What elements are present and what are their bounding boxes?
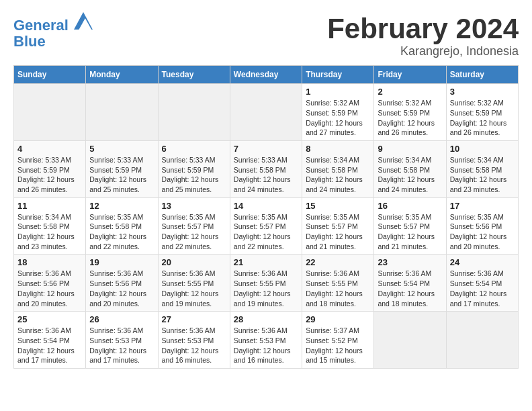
day-number: 16: [378, 201, 442, 211]
logo: General Blue: [13, 17, 93, 50]
day-number: 24: [450, 257, 515, 267]
title-block: February 2024 Karangrejo, Indonesia: [327, 13, 519, 58]
day-info: Sunrise: 5:37 AM Sunset: 5:52 PM Dayligh…: [306, 326, 370, 365]
day-info: Sunrise: 5:36 AM Sunset: 5:54 PM Dayligh…: [378, 269, 442, 308]
day-header-friday: Friday: [374, 66, 446, 84]
day-info: Sunrise: 5:35 AM Sunset: 5:57 PM Dayligh…: [234, 212, 298, 252]
day-number: 20: [162, 257, 226, 267]
day-number: 21: [234, 257, 298, 267]
calendar-cell: 2Sunrise: 5:32 AM Sunset: 5:59 PM Daylig…: [374, 84, 446, 141]
day-number: 17: [450, 201, 515, 211]
day-number: 8: [306, 144, 370, 154]
day-info: Sunrise: 5:36 AM Sunset: 5:56 PM Dayligh…: [17, 269, 82, 308]
calendar-cell: [14, 84, 86, 141]
day-number: 22: [306, 257, 370, 267]
day-header-thursday: Thursday: [302, 66, 374, 84]
day-number: 15: [306, 201, 370, 211]
calendar-cell: 6Sunrise: 5:33 AM Sunset: 5:59 PM Daylig…: [158, 140, 230, 197]
day-header-monday: Monday: [86, 66, 158, 84]
day-number: 28: [234, 314, 298, 324]
calendar-cell: 9Sunrise: 5:34 AM Sunset: 5:58 PM Daylig…: [374, 140, 446, 197]
day-info: Sunrise: 5:33 AM Sunset: 5:58 PM Dayligh…: [234, 155, 298, 195]
calendar-cell: 29Sunrise: 5:37 AM Sunset: 5:52 PM Dayli…: [302, 312, 374, 369]
calendar-cell: [158, 84, 230, 141]
day-info: Sunrise: 5:36 AM Sunset: 5:53 PM Dayligh…: [162, 326, 226, 365]
day-header-wednesday: Wednesday: [230, 66, 302, 84]
logo-text: General: [13, 17, 93, 34]
day-info: Sunrise: 5:35 AM Sunset: 5:57 PM Dayligh…: [162, 212, 226, 252]
day-number: 10: [450, 144, 515, 154]
calendar-cell: 21Sunrise: 5:36 AM Sunset: 5:55 PM Dayli…: [230, 255, 302, 312]
calendar-cell: 26Sunrise: 5:36 AM Sunset: 5:53 PM Dayli…: [86, 312, 158, 369]
calendar-cell: 14Sunrise: 5:35 AM Sunset: 5:57 PM Dayli…: [230, 197, 302, 255]
day-info: Sunrise: 5:33 AM Sunset: 5:59 PM Dayligh…: [17, 155, 82, 195]
calendar-cell: 24Sunrise: 5:36 AM Sunset: 5:54 PM Dayli…: [446, 255, 518, 312]
day-info: Sunrise: 5:35 AM Sunset: 5:58 PM Dayligh…: [89, 212, 154, 252]
day-header-sunday: Sunday: [14, 66, 86, 84]
day-info: Sunrise: 5:33 AM Sunset: 5:59 PM Dayligh…: [89, 155, 154, 195]
day-header-saturday: Saturday: [446, 66, 518, 84]
day-number: 6: [162, 144, 226, 154]
day-info: Sunrise: 5:36 AM Sunset: 5:55 PM Dayligh…: [306, 269, 370, 308]
day-number: 13: [162, 201, 226, 211]
day-info: Sunrise: 5:34 AM Sunset: 5:58 PM Dayligh…: [306, 155, 370, 195]
logo-blue: Blue: [13, 34, 93, 50]
logo-icon: [74, 11, 93, 30]
day-info: Sunrise: 5:34 AM Sunset: 5:58 PM Dayligh…: [17, 212, 82, 252]
day-header-tuesday: Tuesday: [158, 66, 230, 84]
week-row-5: 25Sunrise: 5:36 AM Sunset: 5:54 PM Dayli…: [14, 312, 519, 369]
calendar-cell: 11Sunrise: 5:34 AM Sunset: 5:58 PM Dayli…: [14, 197, 86, 255]
calendar-cell: 17Sunrise: 5:35 AM Sunset: 5:56 PM Dayli…: [446, 197, 518, 255]
calendar-cell: 1Sunrise: 5:32 AM Sunset: 5:59 PM Daylig…: [302, 84, 374, 141]
day-info: Sunrise: 5:36 AM Sunset: 5:53 PM Dayligh…: [234, 326, 298, 365]
calendar-body: 1Sunrise: 5:32 AM Sunset: 5:59 PM Daylig…: [14, 84, 519, 369]
calendar-cell: [86, 84, 158, 141]
day-number: 4: [17, 144, 82, 154]
day-number: 25: [17, 314, 82, 324]
calendar-cell: [374, 312, 446, 369]
calendar-cell: 16Sunrise: 5:35 AM Sunset: 5:57 PM Dayli…: [374, 197, 446, 255]
day-info: Sunrise: 5:36 AM Sunset: 5:56 PM Dayligh…: [89, 269, 154, 308]
day-info: Sunrise: 5:34 AM Sunset: 5:58 PM Dayligh…: [450, 155, 515, 195]
day-number: 23: [378, 257, 442, 267]
calendar-cell: 25Sunrise: 5:36 AM Sunset: 5:54 PM Dayli…: [14, 312, 86, 369]
day-number: 5: [89, 144, 154, 154]
day-info: Sunrise: 5:36 AM Sunset: 5:54 PM Dayligh…: [17, 326, 82, 365]
calendar-cell: 10Sunrise: 5:34 AM Sunset: 5:58 PM Dayli…: [446, 140, 518, 197]
calendar-cell: 13Sunrise: 5:35 AM Sunset: 5:57 PM Dayli…: [158, 197, 230, 255]
calendar-cell: 18Sunrise: 5:36 AM Sunset: 5:56 PM Dayli…: [14, 255, 86, 312]
day-number: 11: [17, 201, 82, 211]
week-row-1: 1Sunrise: 5:32 AM Sunset: 5:59 PM Daylig…: [14, 84, 519, 141]
day-info: Sunrise: 5:34 AM Sunset: 5:58 PM Dayligh…: [378, 155, 442, 195]
day-info: Sunrise: 5:32 AM Sunset: 5:59 PM Dayligh…: [450, 98, 515, 138]
day-info: Sunrise: 5:32 AM Sunset: 5:59 PM Dayligh…: [378, 98, 442, 138]
day-number: 18: [17, 257, 82, 267]
day-number: 19: [89, 257, 154, 267]
calendar-cell: 22Sunrise: 5:36 AM Sunset: 5:55 PM Dayli…: [302, 255, 374, 312]
calendar-cell: [230, 84, 302, 141]
calendar-cell: 20Sunrise: 5:36 AM Sunset: 5:55 PM Dayli…: [158, 255, 230, 312]
calendar-table: SundayMondayTuesdayWednesdayThursdayFrid…: [13, 65, 519, 369]
calendar-cell: 8Sunrise: 5:34 AM Sunset: 5:58 PM Daylig…: [302, 140, 374, 197]
day-info: Sunrise: 5:35 AM Sunset: 5:57 PM Dayligh…: [306, 212, 370, 252]
week-row-4: 18Sunrise: 5:36 AM Sunset: 5:56 PM Dayli…: [14, 255, 519, 312]
day-info: Sunrise: 5:33 AM Sunset: 5:59 PM Dayligh…: [162, 155, 226, 195]
day-number: 26: [89, 314, 154, 324]
day-number: 12: [89, 201, 154, 211]
month-title: February 2024: [327, 13, 519, 44]
calendar-cell: 28Sunrise: 5:36 AM Sunset: 5:53 PM Dayli…: [230, 312, 302, 369]
day-info: Sunrise: 5:36 AM Sunset: 5:53 PM Dayligh…: [89, 326, 154, 365]
logo-general: General: [13, 17, 69, 34]
day-number: 14: [234, 201, 298, 211]
day-number: 29: [306, 314, 370, 324]
calendar-cell: 27Sunrise: 5:36 AM Sunset: 5:53 PM Dayli…: [158, 312, 230, 369]
day-number: 3: [450, 87, 515, 97]
week-row-3: 11Sunrise: 5:34 AM Sunset: 5:58 PM Dayli…: [14, 197, 519, 255]
day-number: 7: [234, 144, 298, 154]
day-number: 27: [162, 314, 226, 324]
calendar-cell: 12Sunrise: 5:35 AM Sunset: 5:58 PM Dayli…: [86, 197, 158, 255]
location-subtitle: Karangrejo, Indonesia: [327, 44, 519, 58]
calendar-cell: 19Sunrise: 5:36 AM Sunset: 5:56 PM Dayli…: [86, 255, 158, 312]
page-header: General Blue February 2024 Karangrejo, I…: [13, 13, 519, 58]
day-info: Sunrise: 5:35 AM Sunset: 5:56 PM Dayligh…: [450, 212, 515, 252]
